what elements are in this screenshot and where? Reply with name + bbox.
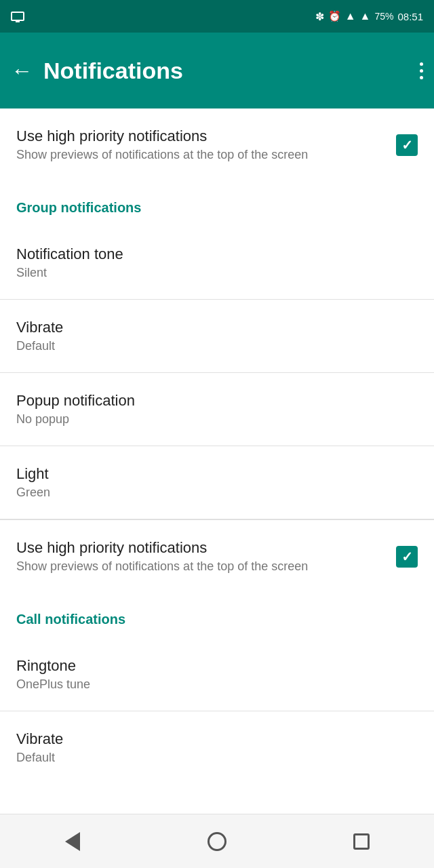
light-title: Light — [16, 465, 418, 483]
back-button[interactable]: ← — [11, 60, 33, 81]
status-bar-left — [11, 12, 24, 21]
app-bar: ← Notifications — [0, 33, 434, 108]
nav-back-button[interactable] — [56, 825, 89, 858]
popup-notification-subtitle: No popup — [16, 412, 418, 427]
time-display: 08:51 — [397, 11, 423, 22]
high-priority-setting-top[interactable]: Use high priority notifications Show pre… — [0, 108, 434, 181]
vibrate-call-setting[interactable]: Vibrate Default — [0, 711, 434, 784]
wifi-icon: ▲ — [345, 10, 356, 22]
popup-notification-title: Popup notification — [16, 392, 418, 410]
vibrate-group-title: Vibrate — [16, 319, 418, 336]
app-bar-left: ← Notifications — [11, 58, 183, 84]
alarm-icon: ⏰ — [328, 10, 341, 22]
settings-content: Use high priority notifications Show pre… — [0, 108, 434, 784]
group-notifications-header: Group notifications — [0, 181, 434, 226]
notification-tone-setting[interactable]: Notification tone Silent — [0, 226, 434, 300]
vibrate-group-text: Vibrate Default — [16, 319, 418, 353]
dot3 — [420, 76, 423, 79]
high-priority-subtitle-top: Show previews of notifications at the to… — [16, 148, 396, 162]
notification-tone-subtitle: Silent — [16, 266, 418, 280]
screen-icon — [11, 12, 24, 21]
page-title: Notifications — [43, 58, 183, 84]
popup-notification-setting[interactable]: Popup notification No popup — [0, 373, 434, 446]
ringtone-subtitle: OnePlus tune — [16, 677, 418, 692]
light-setting[interactable]: Light Green — [0, 446, 434, 519]
vibrate-call-text: Vibrate Default — [16, 730, 418, 765]
nav-back-icon — [65, 832, 80, 851]
high-priority-text-group: Use high priority notifications Show pre… — [16, 539, 396, 574]
call-notifications-header: Call notifications — [0, 593, 434, 638]
vibrate-group-setting[interactable]: Vibrate Default — [0, 300, 434, 373]
bottom-nav — [0, 814, 434, 868]
ringtone-setting[interactable]: Ringtone OnePlus tune — [0, 638, 434, 711]
high-priority-setting-group[interactable]: Use high priority notifications Show pre… — [0, 519, 434, 593]
status-bar: ✽ ⏰ ▲ ▲ 75% 08:51 — [0, 0, 434, 33]
ringtone-text: Ringtone OnePlus tune — [16, 657, 418, 692]
popup-notification-text: Popup notification No popup — [16, 392, 418, 427]
vibrate-call-subtitle: Default — [16, 751, 418, 765]
light-subtitle: Green — [16, 486, 418, 500]
check-icon-top: ✓ — [401, 137, 413, 153]
light-text: Light Green — [16, 465, 418, 500]
status-bar-right: ✽ ⏰ ▲ ▲ 75% 08:51 — [315, 10, 423, 23]
nav-recents-button[interactable] — [345, 825, 378, 858]
dot1 — [420, 62, 423, 66]
signal-icon: ▲ — [360, 10, 371, 22]
vibrate-call-title: Vibrate — [16, 730, 418, 748]
high-priority-checkbox-top[interactable]: ✓ — [396, 134, 418, 156]
high-priority-title-group: Use high priority notifications — [16, 539, 396, 557]
dot2 — [420, 69, 423, 73]
ringtone-title: Ringtone — [16, 657, 418, 675]
battery-text: 75% — [374, 11, 393, 22]
notification-tone-title: Notification tone — [16, 245, 418, 263]
high-priority-title-top: Use high priority notifications — [16, 127, 396, 145]
high-priority-text-top: Use high priority notifications Show pre… — [16, 127, 396, 162]
nav-home-icon — [208, 832, 226, 851]
high-priority-subtitle-group: Show previews of notifications at the to… — [16, 559, 396, 574]
high-priority-checkbox-group[interactable]: ✓ — [396, 546, 418, 568]
nav-recents-icon — [353, 833, 370, 850]
nav-home-button[interactable] — [201, 825, 233, 858]
check-icon-group: ✓ — [401, 549, 413, 565]
bluetooth-icon: ✽ — [315, 10, 324, 23]
vibrate-group-subtitle: Default — [16, 339, 418, 353]
notification-tone-text: Notification tone Silent — [16, 245, 418, 280]
more-options-button[interactable] — [420, 62, 423, 79]
